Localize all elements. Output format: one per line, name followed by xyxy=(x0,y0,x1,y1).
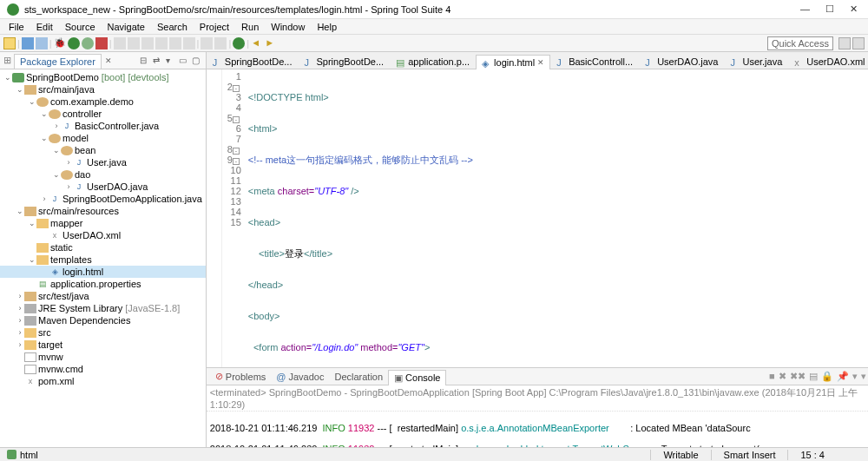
run-icon[interactable] xyxy=(68,37,80,49)
project-tree[interactable]: ⌄ SpringBootDemo [boot] [devtools] ⌄ src… xyxy=(0,69,206,447)
remove-all-icon[interactable]: ✖✖ xyxy=(790,371,806,382)
menu-file[interactable]: File xyxy=(3,21,30,33)
caret-icon[interactable]: ⌄ xyxy=(40,134,49,142)
package-explorer-tab[interactable]: Package Explorer xyxy=(14,54,102,69)
new-icon[interactable] xyxy=(3,37,16,49)
caret-icon[interactable]: › xyxy=(16,292,24,300)
stop-icon[interactable] xyxy=(95,37,108,49)
tab-javadoc[interactable]: @Javadoc xyxy=(271,370,329,384)
toolbar-generic-icon[interactable] xyxy=(141,37,154,49)
maximize-button[interactable]: ☐ xyxy=(825,3,834,15)
caret-icon[interactable]: ⌄ xyxy=(52,170,61,179)
close-button[interactable]: ✕ xyxy=(850,3,858,15)
tree-item-label[interactable]: templates xyxy=(50,254,92,265)
code-area[interactable]: <!DOCTYPE html> <html> <!-- meta这一句指定编码格… xyxy=(245,69,868,367)
caret-icon[interactable]: › xyxy=(64,182,73,191)
tab-problems[interactable]: ⊘Problems xyxy=(210,369,271,384)
tree-item-label[interactable]: src/main/java xyxy=(38,84,95,95)
tree-item-label[interactable]: mapper xyxy=(50,218,82,228)
tree-item-label[interactable]: controller xyxy=(62,109,102,119)
editor-tab-active[interactable]: ◈login.html✕ xyxy=(476,55,550,69)
caret-icon[interactable]: › xyxy=(40,194,49,203)
tree-item-label[interactable]: com.example.demo xyxy=(50,96,134,107)
remove-launch-icon[interactable]: ✖ xyxy=(779,371,786,382)
tree-item-label[interactable]: JRE System Library [JavaSE-1.8] xyxy=(38,303,180,313)
display-selected-icon[interactable]: ▾ xyxy=(852,371,858,382)
minimize-view-icon[interactable]: ▭ xyxy=(179,56,189,66)
toolbar-generic-icon[interactable] xyxy=(128,37,140,49)
tree-item-label[interactable]: login.html xyxy=(62,267,103,277)
toolbar-generic-icon[interactable] xyxy=(214,37,227,49)
menu-navigate[interactable]: Navigate xyxy=(102,21,150,33)
tree-item-label[interactable]: UserDAO.xml xyxy=(62,230,121,240)
quick-access-input[interactable]: Quick Access xyxy=(767,36,833,50)
forward-icon[interactable]: ► xyxy=(265,37,277,49)
menu-edit[interactable]: Edit xyxy=(31,21,58,33)
tree-item-label[interactable]: BasicController.java xyxy=(75,121,159,131)
caret-icon[interactable]: › xyxy=(16,328,24,337)
tree-item-label[interactable]: pom.xml xyxy=(38,376,75,386)
caret-icon[interactable]: ⌄ xyxy=(52,146,61,155)
caret-icon[interactable]: › xyxy=(16,340,24,349)
caret-icon[interactable]: › xyxy=(64,158,73,167)
link-editor-icon[interactable]: ⇄ xyxy=(153,56,163,66)
save-icon[interactable] xyxy=(22,37,34,49)
tab-console[interactable]: ▣Console xyxy=(388,370,446,385)
tree-item-label[interactable]: src/test/java xyxy=(38,291,89,301)
editor-tab[interactable]: JBasicControll... xyxy=(550,54,639,69)
minimize-button[interactable]: — xyxy=(800,3,810,15)
editor-tab[interactable]: xUserDAO.xml xyxy=(788,54,868,69)
toolbar-generic-icon[interactable] xyxy=(114,37,126,49)
toolbar-generic-icon[interactable] xyxy=(201,37,213,49)
tree-item-label[interactable]: target xyxy=(38,339,62,350)
menu-run[interactable]: Run xyxy=(236,21,264,33)
tree-item-label[interactable]: model xyxy=(62,133,89,143)
relaunch-icon[interactable] xyxy=(233,37,245,49)
editor-tab[interactable]: JUser.java xyxy=(724,54,788,69)
back-icon[interactable]: ◄ xyxy=(251,37,263,49)
close-tab-icon[interactable]: ✕ xyxy=(537,58,544,67)
menu-search[interactable]: Search xyxy=(152,21,193,33)
tree-item-label[interactable]: mvnw.cmd xyxy=(38,364,83,374)
debug-icon[interactable]: 🐞 xyxy=(54,37,66,49)
menu-help[interactable]: Help xyxy=(312,21,342,33)
editor-tab[interactable]: JUserDAO.java xyxy=(639,54,724,69)
toolbar-generic-icon[interactable] xyxy=(183,37,195,49)
save-all-icon[interactable] xyxy=(36,37,48,49)
tab-close-icon[interactable]: ✕ xyxy=(105,56,112,65)
menu-window[interactable]: Window xyxy=(266,21,310,33)
tree-item-label[interactable]: UserDAO.java xyxy=(87,181,148,192)
tree-item-label[interactable]: src/main/resources xyxy=(38,206,119,216)
editor-tab[interactable]: JSpringBootDe... xyxy=(207,54,299,69)
console-output[interactable]: 2018-10-21 01:11:46.219 INFO 11932 --- [… xyxy=(207,412,868,447)
menu-source[interactable]: Source xyxy=(60,21,101,33)
caret-icon[interactable]: ⌄ xyxy=(3,73,12,82)
tree-item-label[interactable]: bean xyxy=(75,145,95,155)
code-editor[interactable]: 12-345-678-9-101112131415 <!DOCTYPE html… xyxy=(207,69,868,367)
caret-icon[interactable]: ⌄ xyxy=(28,219,36,227)
editor-tab[interactable]: JSpringBootDe... xyxy=(298,54,390,69)
tree-root[interactable]: SpringBootDemo [boot] [devtools] xyxy=(26,72,169,82)
caret-icon[interactable]: ⌄ xyxy=(16,207,24,215)
tree-item-label[interactable]: User.java xyxy=(87,157,127,168)
maximize-view-icon[interactable]: ▢ xyxy=(192,56,202,66)
tree-item-label[interactable]: Maven Dependencies xyxy=(38,315,130,326)
caret-icon[interactable]: ⌄ xyxy=(16,85,24,94)
view-menu-icon[interactable]: ▾ xyxy=(166,56,176,66)
open-console-icon[interactable]: ▾ xyxy=(861,371,866,382)
tree-item-label[interactable]: mvnw xyxy=(38,352,63,362)
caret-icon[interactable]: › xyxy=(16,316,24,325)
pin-console-icon[interactable]: 📌 xyxy=(837,371,849,382)
scroll-lock-icon[interactable]: 🔒 xyxy=(821,371,833,382)
tree-item-label[interactable]: SpringBootDemoApplication.java xyxy=(62,194,202,204)
tab-declaration[interactable]: Declaration xyxy=(329,370,388,384)
tree-item-label[interactable]: static xyxy=(50,242,73,253)
toolbar-generic-icon[interactable] xyxy=(169,37,181,49)
perspective-button[interactable] xyxy=(838,37,851,49)
menu-project[interactable]: Project xyxy=(194,21,234,33)
toolbar-generic-icon[interactable] xyxy=(155,37,168,49)
run-last-icon[interactable] xyxy=(82,37,94,49)
caret-icon[interactable]: › xyxy=(52,122,61,130)
caret-icon[interactable]: › xyxy=(16,304,24,313)
caret-icon[interactable]: ⌄ xyxy=(28,255,36,264)
